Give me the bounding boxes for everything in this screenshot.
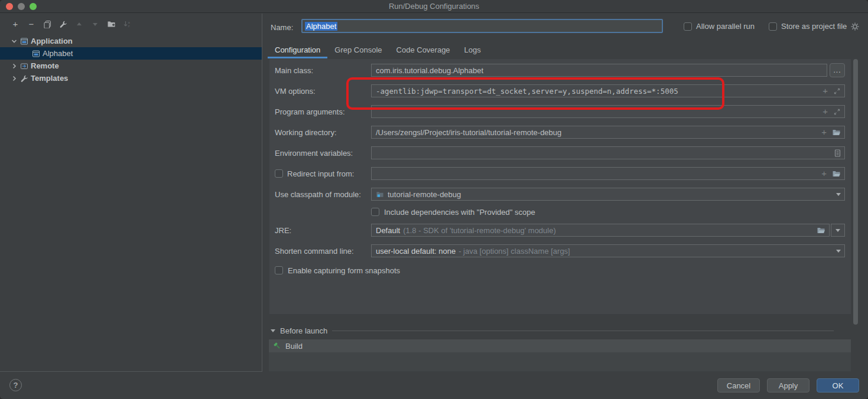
tree-item-remote[interactable]: Remote (0, 60, 262, 72)
working-directory-field[interactable]: /Users/zengsl/Project/iris-tutorial/tuto… (371, 126, 845, 139)
tree-item-label: Application (31, 37, 73, 45)
close-window-button[interactable] (6, 3, 13, 10)
configuration-form: Main class: com.iris.tutorial.debug.Alph… (269, 59, 851, 314)
edit-variables-icon[interactable] (834, 149, 841, 157)
name-input[interactable]: Alphabet (301, 19, 663, 33)
add-macro-icon[interactable]: + (821, 128, 827, 136)
add-configuration-icon[interactable]: + (11, 19, 20, 29)
name-label: Name: (271, 23, 293, 32)
browse-folder-icon[interactable] (832, 170, 841, 178)
tree-item-application[interactable]: Application (0, 35, 262, 47)
checkbox-icon[interactable] (769, 22, 777, 31)
copy-configuration-icon[interactable] (43, 19, 52, 29)
vm-options-label: VM options: (275, 87, 371, 96)
zoom-window-button[interactable] (30, 3, 37, 10)
tab-code-coverage[interactable]: Code Coverage (389, 42, 457, 58)
working-directory-value: /Users/zengsl/Project/iris-tutorial/tuto… (376, 128, 561, 137)
add-macro-icon[interactable]: + (823, 87, 828, 95)
form-snapshots-row: Enable capturing form snapshots (269, 265, 845, 276)
ok-button[interactable]: OK (817, 378, 859, 393)
create-folder-icon[interactable] (106, 19, 116, 29)
vm-options-row: VM options: -agentlib:jdwp=transport=dt_… (269, 84, 845, 97)
browse-folder-icon[interactable] (817, 227, 825, 234)
shorten-command-line-label: Shorten command line: (275, 247, 371, 256)
tab-logs[interactable]: Logs (457, 42, 488, 58)
checkbox-icon[interactable] (684, 22, 692, 31)
tab-grep-console[interactable]: Grep Console (327, 42, 389, 58)
store-as-project-file-label: Store as project file (781, 22, 847, 31)
allow-parallel-run-checkbox[interactable]: Allow parallel run (684, 22, 755, 31)
program-arguments-field[interactable]: + (371, 105, 845, 118)
checkbox-icon[interactable] (275, 169, 283, 178)
form-snapshots-checkbox[interactable]: Enable capturing form snapshots (275, 266, 400, 275)
name-input-selected-text: Alphabet (305, 22, 337, 31)
classpath-module-dropdown[interactable]: tutorial-remote-debug (371, 188, 845, 201)
main-class-field[interactable]: com.iris.tutorial.debug.Alphabet (371, 64, 827, 77)
classpath-module-value: tutorial-remote-debug (388, 190, 461, 199)
jre-value: Default (376, 226, 400, 235)
edit-templates-icon[interactable] (58, 19, 68, 29)
section-divider (332, 331, 834, 331)
before-launch-section[interactable]: Before launch (271, 326, 851, 335)
tree-item-templates[interactable]: Templates (0, 72, 262, 84)
tab-configuration[interactable]: Configuration (268, 42, 327, 58)
browse-main-class-button[interactable]: ... (830, 63, 845, 77)
cancel-button[interactable]: Cancel (717, 378, 760, 393)
allow-parallel-run-label: Allow parallel run (696, 22, 755, 31)
titlebar: Run/Debug Configurations (0, 0, 868, 13)
jre-dropdown-button[interactable] (831, 224, 845, 237)
window-title: Run/Debug Configurations (389, 2, 479, 11)
expand-field-icon[interactable] (833, 108, 841, 116)
checkbox-icon[interactable] (371, 208, 379, 216)
shorten-command-line-dropdown[interactable]: user-local default: none - java [options… (371, 244, 845, 257)
add-macro-icon[interactable]: + (823, 107, 828, 116)
shorten-command-line-hint: - java [options] className [args] (459, 247, 570, 256)
apply-button[interactable]: Apply (767, 378, 810, 393)
expand-field-icon[interactable] (833, 87, 841, 95)
build-task-item[interactable]: Build (269, 339, 851, 352)
browse-folder-icon[interactable] (832, 129, 841, 136)
checkbox-icon[interactable] (275, 266, 283, 274)
editor-tabs: Configuration Grep Console Code Coverage… (262, 42, 488, 58)
working-directory-label: Working directory: (275, 128, 371, 137)
provided-scope-checkbox[interactable]: Include dependencies with "Provided" sco… (371, 208, 535, 217)
minimize-window-button[interactable] (18, 3, 25, 10)
add-macro-icon[interactable]: + (821, 169, 827, 178)
main-class-label: Main class: (275, 66, 371, 75)
chevron-down-icon[interactable] (11, 38, 18, 45)
svg-text:z: z (128, 24, 130, 28)
chevron-right-icon[interactable] (11, 75, 18, 82)
configurations-sidebar: + − az Applic (0, 14, 262, 372)
jre-hint: (1.8 - SDK of 'tutorial-remote-debug' mo… (403, 226, 556, 235)
working-directory-row: Working directory: /Users/zengsl/Project… (269, 126, 845, 139)
move-down-icon[interactable] (90, 19, 100, 29)
collapse-arrow-icon[interactable] (271, 329, 275, 332)
redirect-input-checkbox[interactable]: Redirect input from: (275, 169, 371, 178)
jre-row: JRE: Default (1.8 - SDK of 'tutorial-rem… (269, 224, 845, 237)
redirect-input-label: Redirect input from: (287, 169, 354, 178)
tree-item-alphabet[interactable]: Alphabet (0, 47, 262, 60)
environment-variables-row: Environment variables: (269, 146, 845, 159)
remove-configuration-icon[interactable]: − (27, 19, 36, 29)
move-up-icon[interactable] (74, 19, 84, 29)
program-arguments-label: Program arguments: (275, 107, 371, 116)
jre-dropdown[interactable]: Default (1.8 - SDK of 'tutorial-remote-d… (371, 224, 830, 237)
store-options-gear-icon[interactable] (850, 22, 860, 31)
vm-options-field[interactable]: -agentlib:jdwp=transport=dt_socket,serve… (371, 84, 845, 97)
store-as-project-file-checkbox[interactable]: Store as project file (769, 22, 847, 31)
classpath-module-row: Use classpath of module: tutorial-remote… (269, 188, 845, 201)
chevron-right-icon[interactable] (11, 63, 18, 70)
redirect-input-field[interactable]: + (371, 167, 845, 180)
shorten-command-line-row: Shorten command line: user-local default… (269, 244, 845, 257)
dropdown-arrow-icon[interactable] (836, 193, 841, 196)
provided-scope-label: Include dependencies with "Provided" sco… (384, 208, 535, 217)
form-snapshots-label: Enable capturing form snapshots (288, 266, 400, 275)
dropdown-arrow-icon[interactable] (836, 250, 841, 253)
dialog-footer: ? Cancel Apply OK (0, 372, 868, 399)
environment-variables-field[interactable] (371, 146, 845, 159)
configuration-editor: Name: Alphabet Allow parallel run Store … (262, 13, 868, 372)
main-class-row: Main class: com.iris.tutorial.debug.Alph… (269, 64, 845, 77)
sort-configurations-icon[interactable]: az (122, 19, 132, 29)
vertical-scrollbar[interactable] (853, 59, 858, 325)
help-button[interactable]: ? (9, 379, 22, 391)
